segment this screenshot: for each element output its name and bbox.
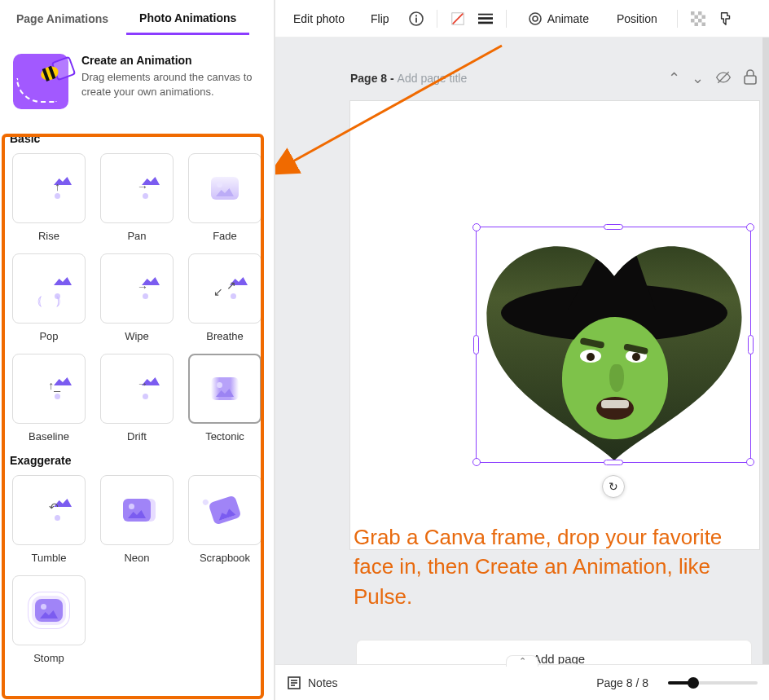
page-down-icon[interactable]: ⌄ xyxy=(692,69,704,87)
footer-bar: ⌃ Notes Page 8 / 8 xyxy=(275,664,769,700)
page-title[interactable]: Page 8 - Add page title xyxy=(350,72,467,85)
anim-baseline[interactable]: ↑_ Baseline xyxy=(10,354,88,442)
svg-rect-16 xyxy=(698,19,702,23)
add-page-button[interactable]: + Add page xyxy=(357,641,751,664)
anim-label: Baseline xyxy=(29,430,69,442)
svg-rect-18 xyxy=(701,22,705,26)
page-up-icon[interactable]: ⌃ xyxy=(668,69,680,87)
anim-breathe[interactable]: ↗↙ Breathe xyxy=(186,253,264,342)
copy-style-icon[interactable] xyxy=(718,11,733,26)
animations-panel: Page Animations Photo Animations Create … xyxy=(0,0,275,700)
svg-rect-12 xyxy=(698,11,702,15)
svg-point-1 xyxy=(415,15,417,16)
resize-edge[interactable] xyxy=(604,224,623,230)
page-counter: Page 8 / 8 xyxy=(596,676,648,689)
anim-fade[interactable]: Fade xyxy=(186,153,264,242)
svg-rect-20 xyxy=(745,76,756,84)
resize-handle[interactable] xyxy=(746,458,754,466)
anim-label: Neon xyxy=(124,552,149,564)
anim-rise[interactable]: ↑ Rise xyxy=(10,153,88,242)
anim-tectonic[interactable]: Tectonic xyxy=(186,354,264,442)
edit-photo-button[interactable]: Edit photo xyxy=(287,7,351,30)
animate-button[interactable]: Animate xyxy=(520,7,597,31)
zoom-slider[interactable] xyxy=(668,681,758,685)
scrollbar[interactable] xyxy=(762,37,769,664)
anim-label: Wipe xyxy=(125,330,149,342)
svg-rect-14 xyxy=(701,15,705,19)
anim-label: Tumble xyxy=(32,552,67,564)
rotate-handle[interactable]: ↻ xyxy=(602,475,625,498)
anim-label: Tectonic xyxy=(205,430,244,442)
annotation-caption: Grab a Canva frame, drop your favorite f… xyxy=(354,522,736,611)
tab-page-animations[interactable]: Page Animations xyxy=(3,4,121,33)
transparency-icon[interactable] xyxy=(691,11,705,26)
tab-photo-animations[interactable]: Photo Animations xyxy=(126,3,249,35)
anim-label: Fade xyxy=(213,230,237,242)
exaggerate-grid: ↶ Tumble Neon Scrapbook Stomp xyxy=(7,475,267,664)
svg-rect-15 xyxy=(691,19,695,23)
anim-pop[interactable]: ⦅⦆ Pop xyxy=(10,253,88,342)
collapse-footer-icon[interactable]: ⌃ xyxy=(506,655,538,667)
separator xyxy=(506,10,507,28)
svg-rect-6 xyxy=(478,17,493,20)
svg-rect-11 xyxy=(691,11,695,15)
resize-edge[interactable] xyxy=(473,335,479,354)
create-animation-thumb xyxy=(13,54,68,109)
svg-rect-2 xyxy=(415,17,417,22)
anim-label: Breathe xyxy=(206,330,244,342)
svg-point-9 xyxy=(533,16,538,21)
info-icon[interactable] xyxy=(409,11,424,26)
resize-handle[interactable] xyxy=(746,223,754,231)
svg-point-8 xyxy=(530,13,541,24)
notes-button[interactable]: Notes xyxy=(287,676,338,690)
flip-button[interactable]: Flip xyxy=(364,7,396,30)
anim-label: Scrapbook xyxy=(200,552,250,564)
context-toolbar: Edit photo Flip Animate Position xyxy=(275,0,769,37)
heart-frame xyxy=(477,227,750,462)
anim-neon[interactable]: Neon xyxy=(98,475,176,564)
notes-icon xyxy=(287,676,301,690)
svg-rect-5 xyxy=(478,13,493,15)
resize-handle[interactable] xyxy=(472,458,481,466)
anim-tumble[interactable]: ↶ Tumble xyxy=(10,475,88,564)
create-animation-desc: Drag elements around the canvas to creat… xyxy=(81,70,261,99)
svg-rect-13 xyxy=(694,15,698,19)
hide-page-icon[interactable] xyxy=(715,69,732,87)
editor-area: Edit photo Flip Animate Position xyxy=(275,0,769,700)
anim-wipe[interactable]: → Wipe xyxy=(98,253,176,342)
resize-edge[interactable] xyxy=(748,335,754,354)
anim-label: Pop xyxy=(39,330,58,342)
selected-frame[interactable]: ↻ xyxy=(476,227,751,463)
anim-label: Drift xyxy=(127,430,147,442)
page-number: Page 8 xyxy=(350,72,387,85)
basic-grid: ↑ Rise → Pan Fade ⦅⦆ Pop → Wipe xyxy=(7,153,267,442)
anim-drift[interactable]: → Drift xyxy=(98,354,176,442)
svg-rect-7 xyxy=(478,21,493,24)
no-color-icon[interactable] xyxy=(450,11,465,26)
section-basic-heading: Basic xyxy=(10,132,264,145)
anim-label: Pan xyxy=(127,230,146,242)
canvas-stage: Page 8 - Add page title ⌃ ⌄ xyxy=(275,37,769,664)
resize-handle[interactable] xyxy=(472,223,481,231)
page-sep: - xyxy=(387,72,397,85)
anim-pan[interactable]: → Pan xyxy=(98,153,176,242)
border-weight-icon[interactable] xyxy=(478,11,493,26)
create-animation-card[interactable]: Create an Animation Drag elements around… xyxy=(7,46,267,121)
resize-edge[interactable] xyxy=(604,460,623,465)
page-header: Page 8 - Add page title ⌃ ⌄ xyxy=(350,62,758,95)
animate-icon xyxy=(528,11,543,26)
page-title-placeholder: Add page title xyxy=(398,72,468,85)
animate-label: Animate xyxy=(547,12,589,25)
anim-scrapbook[interactable]: Scrapbook xyxy=(186,475,264,564)
create-animation-title: Create an Animation xyxy=(81,54,261,67)
lock-icon[interactable] xyxy=(743,69,758,87)
canvas-page[interactable]: ↻ xyxy=(350,101,759,549)
position-button[interactable]: Position xyxy=(610,7,664,30)
page-controls: ⌃ ⌄ xyxy=(668,69,758,87)
panel-tabs: Page Animations Photo Animations xyxy=(0,0,274,37)
panel-body: Create an Animation Drag elements around… xyxy=(0,37,274,700)
anim-stomp[interactable]: Stomp xyxy=(10,575,88,664)
notes-label: Notes xyxy=(308,676,338,689)
separator xyxy=(437,10,437,28)
photo-content xyxy=(477,227,750,462)
